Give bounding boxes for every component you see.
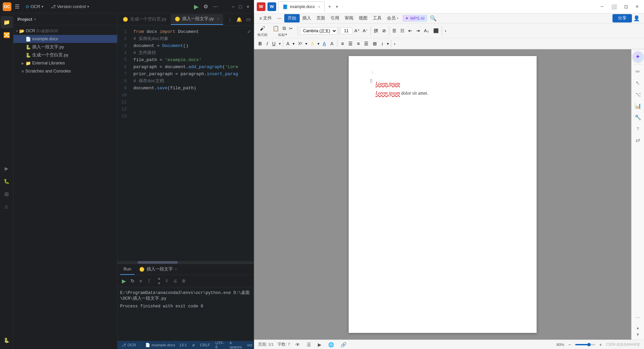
tree-item-py1[interactable]: 🐍 插入一段文字.py: [13, 43, 117, 51]
minimize-button[interactable]: −: [230, 3, 236, 11]
wps-word-count[interactable]: 字数: 7: [278, 342, 290, 347]
wps-align-left-btn[interactable]: ≡: [339, 40, 346, 48]
wps-bold-btn[interactable]: B: [256, 40, 264, 48]
horizontal-scrollbar[interactable]: [117, 261, 253, 264]
wps-eye-btn[interactable]: 👁: [294, 341, 301, 348]
wps-font-select[interactable]: Cambria (正文): [300, 27, 337, 35]
wps-italic-btn[interactable]: I: [264, 40, 270, 48]
status-ocr[interactable]: ⎇ OCR: [121, 343, 136, 347]
wps-wrench-icon[interactable]: 🔧: [633, 112, 643, 122]
tab-nav-button[interactable]: ▾: [335, 3, 339, 10]
delete-button[interactable]: 🗑: [180, 278, 188, 284]
wps-highlight-btn[interactable]: A: [309, 40, 316, 48]
tab-close-icon[interactable]: ×: [217, 17, 219, 21]
wps-cursor-tool-icon[interactable]: ↖: [633, 78, 643, 88]
wps-minimize-button[interactable]: −: [598, 2, 606, 11]
wps-file-menu[interactable]: ≡ 文件: [257, 14, 275, 22]
wps-copy-btn[interactable]: ⧉: [281, 24, 287, 33]
wps-link-btn[interactable]: 🔗: [339, 341, 348, 348]
wps-shading-btn[interactable]: ⬛: [432, 27, 440, 35]
wps-sort-btn[interactable]: A↓: [422, 27, 431, 35]
wps-zoom-plus-btn[interactable]: +: [598, 341, 603, 348]
hamburger-menu[interactable]: ☰: [13, 2, 21, 11]
tree-item-example-docx[interactable]: 📄 example.docx: [13, 35, 117, 43]
wps-start-menu[interactable]: 开始: [284, 14, 300, 22]
wps-review-menu[interactable]: 审阅: [342, 14, 356, 22]
wps-more-format-btn[interactable]: ›: [392, 40, 397, 48]
wps-view-menu[interactable]: 视图: [356, 14, 370, 22]
run-reload-button[interactable]: ↻: [129, 277, 136, 285]
wps-more-menu[interactable]: ⋯: [275, 14, 284, 22]
font-size-down[interactable]: A⁻: [361, 27, 369, 34]
wps-format-brush-btn[interactable]: 🖌: [257, 24, 267, 33]
wps-superscript-btn[interactable]: X²: [296, 40, 304, 47]
wps-char-shade-btn[interactable]: A: [328, 40, 335, 48]
wps-underline-btn[interactable]: U: [270, 40, 278, 48]
wps-zoom-handle[interactable]: [587, 343, 591, 346]
wps-share-button[interactable]: 分享: [612, 14, 632, 22]
sidebar-icon-run[interactable]: ▶: [1, 162, 13, 174]
new-tab-button[interactable]: +: [327, 2, 332, 11]
wps-indent-increase-btn[interactable]: ⇥: [414, 27, 422, 35]
scroll-lock-button[interactable]: ⇕: [163, 278, 170, 284]
run-output[interactable]: E:\ProgramData\anaconda3\envs\ocr\python…: [117, 287, 253, 341]
wps-help-icon[interactable]: ?: [633, 123, 643, 134]
wps-font-size-input[interactable]: [340, 28, 352, 34]
wps-globe-btn[interactable]: 🌐: [327, 341, 335, 348]
wps-ai-btn[interactable]: ✦ WPS AI: [402, 15, 427, 22]
wps-font-color-btn[interactable]: A: [284, 40, 291, 48]
wps-document-area[interactable]: | ⠿ Lorem ipsum Lorem ipsum dolor sit am…: [254, 49, 631, 340]
wps-line-spacing-arrow-btn[interactable]: ▾: [386, 40, 390, 47]
print-button[interactable]: 🖨: [171, 278, 179, 284]
wps-paste-btn[interactable]: 📋: [271, 24, 281, 33]
wps-flow-icon[interactable]: ⌥: [633, 89, 643, 99]
run-stop-button[interactable]: ■: [138, 277, 144, 285]
maximize-button[interactable]: □: [238, 3, 243, 11]
status-position[interactable]: 13:1: [179, 343, 187, 347]
wps-tools-menu[interactable]: 工具: [370, 14, 384, 22]
sidebar-icon-debug[interactable]: 🐛: [1, 175, 13, 187]
sidebar-icon-python[interactable]: 🐍: [1, 334, 13, 346]
wps-scroll-down-btn[interactable]: ▼: [635, 332, 641, 338]
status-line-ending[interactable]: CRLF: [200, 343, 210, 347]
wps-restore-button[interactable]: ⬜: [608, 3, 620, 11]
status-encoding[interactable]: UTF-8: [215, 341, 224, 349]
wps-text-right-btn[interactable]: ⊞: [371, 40, 379, 48]
wps-translate-icon[interactable]: ⇄: [633, 135, 643, 145]
status-lang[interactable]: ocr: [247, 343, 252, 347]
wps-scroll-up-btn[interactable]: ▲: [635, 325, 641, 331]
project-selector[interactable]: ⊙ OCR ▾: [23, 3, 46, 10]
run-tab-file[interactable]: 🟡 插入一段文字 ×: [136, 264, 180, 275]
wps-play-btn[interactable]: ▶: [316, 341, 323, 348]
tree-item-root[interactable]: ▾ 📂 OCR D:\桌面\OCR: [13, 27, 117, 35]
wps-fullscreen-button[interactable]: ⊡: [622, 3, 631, 11]
notification-button[interactable]: 🔔: [235, 15, 243, 23]
wps-list-bullet-btn[interactable]: ☰: [391, 27, 398, 35]
run-play-button[interactable]: ▶: [120, 277, 128, 285]
sidebar-icon-project[interactable]: 📁: [1, 16, 13, 28]
wps-text-line-2[interactable]: Lorem ipsum dolor sit amet.: [376, 90, 510, 97]
font-size-up[interactable]: A⁺: [353, 27, 361, 34]
wps-underline-color-btn[interactable]: ▾: [278, 40, 282, 47]
wps-pen-icon[interactable]: ✏: [633, 66, 643, 77]
wps-ai-sidebar-icon[interactable]: ✦: [633, 51, 643, 62]
tree-item-py2[interactable]: 🐍 生成一个空白页.py: [13, 51, 117, 59]
wps-zoom-minus-btn[interactable]: −: [567, 341, 572, 348]
wps-more2-icon[interactable]: ⋯: [633, 312, 643, 322]
wps-insert-menu[interactable]: 插入: [300, 14, 314, 22]
wps-align-justify-btn[interactable]: ☰: [362, 40, 370, 48]
scroll-up-button[interactable]: ▲: [156, 276, 162, 281]
tab-more-button[interactable]: ⋮: [226, 15, 234, 23]
wps-account-icon[interactable]: 👤: [632, 14, 641, 23]
wps-member-menu[interactable]: 会员 ›: [384, 14, 401, 22]
tree-item-scratches[interactable]: ≡ Scratches and Consoles: [13, 67, 117, 75]
status-indent[interactable]: 4 spaces: [230, 341, 242, 349]
doc-tab-close-btn[interactable]: ×: [318, 5, 320, 9]
wps-table-of-contents-btn[interactable]: ☰: [305, 341, 312, 348]
wps-search-btn[interactable]: 🔍: [429, 14, 438, 23]
wps-font-color-arrow-btn[interactable]: ▾: [292, 40, 296, 47]
wps-page-menu[interactable]: 页面: [314, 14, 328, 22]
wps-page-info[interactable]: 页面: 1/1: [258, 342, 274, 347]
tree-item-external[interactable]: ▶ 📁 External Libraries: [13, 59, 117, 67]
run-tab-run[interactable]: Run: [120, 264, 135, 275]
